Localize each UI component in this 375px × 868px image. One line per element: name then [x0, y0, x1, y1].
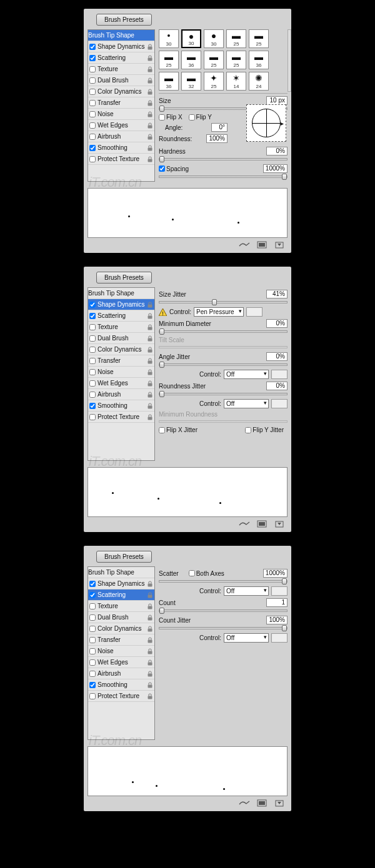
sidebar-item-checkbox[interactable] [89, 369, 96, 375]
sidebar-item-transfer[interactable]: Transfer [88, 634, 154, 646]
sidebar-item-protect-texture[interactable]: Protect Texture [88, 412, 154, 423]
sidebar-item-texture[interactable]: Texture [88, 322, 154, 333]
roundness-jitter-value[interactable]: 0% [266, 382, 288, 390]
sidebar-item-airbrush[interactable]: Airbrush [88, 668, 154, 679]
roundness-jitter-slider[interactable] [159, 393, 288, 395]
spacing-slider[interactable] [159, 175, 288, 178]
sidebar-item-checkbox[interactable] [89, 414, 96, 420]
sidebar-item-checkbox[interactable] [89, 380, 96, 387]
sidebar-item-checkbox[interactable] [89, 111, 96, 117]
brush-thumbnail[interactable]: ▬36 [181, 51, 201, 69]
sidebar-item-protect-texture[interactable]: Protect Texture [88, 154, 154, 165]
count-jitter-control-select[interactable]: Off [224, 633, 269, 643]
sidebar-item-smoothing[interactable]: Smoothing [88, 400, 154, 412]
brush-thumbnail[interactable]: ▬36 [249, 51, 269, 69]
lock-icon[interactable] [147, 89, 153, 95]
sidebar-item-smoothing[interactable]: Smoothing [88, 142, 154, 154]
brush-thumbnail[interactable]: ▬36 [159, 72, 179, 91]
sidebar-item-checkbox[interactable] [89, 347, 96, 353]
brush-thumbnail-grid[interactable]: •30●30●30▬25▬25▬25▬36▬25▬25▬36▬36▬32✦25✶… [159, 29, 288, 91]
lock-icon[interactable] [147, 603, 153, 609]
sidebar-item-airbrush[interactable]: Airbrush [88, 131, 154, 142]
scatter-value[interactable]: 1000% [263, 569, 288, 578]
roundness-jitter-control-select[interactable]: Off [224, 399, 269, 408]
sidebar-item-checkbox[interactable] [89, 122, 96, 129]
sidebar-item-wet-edges[interactable]: Wet Edges [88, 657, 154, 668]
lock-icon[interactable] [147, 358, 153, 364]
sidebar-item-shape-dynamics[interactable]: Shape Dynamics [88, 299, 154, 310]
sidebar-item-checkbox[interactable] [89, 592, 96, 598]
min-diameter-value[interactable]: 0% [266, 319, 288, 328]
sidebar-item-checkbox[interactable] [89, 693, 96, 699]
sidebar-item-checkbox[interactable] [89, 659, 96, 666]
sidebar-item-checkbox[interactable] [89, 682, 96, 688]
sidebar-item-shape-dynamics[interactable]: Shape Dynamics [88, 578, 154, 589]
brush-presets-button[interactable]: Brush Presets [96, 551, 152, 563]
collapse-panel-icon[interactable] [274, 520, 285, 528]
brush-thumbnail[interactable]: ▬25 [204, 51, 224, 69]
sidebar-item-checkbox[interactable] [89, 156, 96, 162]
size-jitter-slider[interactable] [159, 301, 288, 303]
new-preset-icon[interactable] [256, 240, 268, 249]
angle-jitter-value[interactable]: 0% [266, 352, 288, 361]
sidebar-item-wet-edges[interactable]: Wet Edges [88, 120, 154, 131]
sidebar-item-checkbox[interactable] [89, 324, 96, 330]
sidebar-item-shape-dynamics[interactable]: Shape Dynamics [88, 41, 154, 52]
flip-y-jitter-checkbox[interactable]: Flip Y Jitter [245, 427, 284, 433]
sidebar-item-checkbox[interactable] [89, 89, 96, 95]
sidebar-item-checkbox[interactable] [89, 637, 96, 643]
lock-icon[interactable] [147, 659, 153, 666]
sidebar-item-noise[interactable]: Noise [88, 367, 154, 378]
sidebar-brush-tip-shape[interactable]: Brush Tip Shape [88, 567, 154, 578]
sidebar-item-dual-brush[interactable]: Dual Brush [88, 333, 154, 344]
lock-icon[interactable] [147, 134, 153, 140]
lock-icon[interactable] [147, 693, 153, 699]
sidebar-item-checkbox[interactable] [89, 335, 96, 342]
lock-icon[interactable] [147, 324, 153, 330]
lock-icon[interactable] [147, 44, 153, 50]
size-value[interactable]: 10 px [266, 96, 288, 105]
lock-icon[interactable] [147, 403, 153, 409]
sidebar-item-texture[interactable]: Texture [88, 64, 154, 75]
sidebar-item-transfer[interactable]: Transfer [88, 97, 154, 109]
count-slider[interactable] [159, 609, 288, 612]
spacing-value[interactable]: 1000% [263, 164, 288, 173]
toggle-preview-icon[interactable] [239, 520, 250, 528]
sidebar-brush-tip-shape[interactable]: Brush Tip Shape [88, 288, 154, 299]
sidebar-brush-tip-shape[interactable]: Brush Tip Shape [88, 30, 154, 41]
sidebar-item-noise[interactable]: Noise [88, 646, 154, 657]
hardness-value[interactable]: 0% [266, 147, 288, 155]
brush-thumbnail[interactable]: ▬25 [249, 29, 269, 48]
sidebar-item-dual-brush[interactable]: Dual Brush [88, 75, 154, 86]
lock-icon[interactable] [147, 671, 153, 677]
lock-icon[interactable] [147, 637, 153, 643]
lock-icon[interactable] [147, 77, 153, 84]
sidebar-item-protect-texture[interactable]: Protect Texture [88, 691, 154, 702]
sidebar-item-checkbox[interactable] [89, 302, 96, 308]
flip-y-checkbox[interactable]: Flip Y [189, 114, 212, 121]
thumb-scrollbar[interactable] [288, 29, 291, 92]
flip-x-jitter-checkbox[interactable]: Flip X Jitter [159, 427, 198, 433]
size-jitter-control-select[interactable]: Pen Pressure [194, 307, 244, 317]
sidebar-item-transfer[interactable]: Transfer [88, 355, 154, 367]
scatter-control-select[interactable]: Off [224, 586, 269, 596]
scatter-slider[interactable] [159, 580, 288, 583]
sidebar-item-color-dynamics[interactable]: Color Dynamics [88, 344, 154, 355]
lock-icon[interactable] [147, 55, 153, 61]
sidebar-item-checkbox[interactable] [89, 313, 96, 319]
sidebar-item-color-dynamics[interactable]: Color Dynamics [88, 86, 154, 97]
new-preset-icon[interactable] [256, 520, 268, 528]
brush-thumbnail[interactable]: ✶14 [226, 72, 246, 91]
count-value[interactable]: 1 [266, 598, 288, 607]
lock-icon[interactable] [147, 313, 153, 319]
lock-icon[interactable] [147, 626, 153, 632]
lock-icon[interactable] [147, 648, 153, 654]
sidebar-item-checkbox[interactable] [89, 392, 96, 398]
sidebar-item-checkbox[interactable] [89, 55, 96, 61]
sidebar-item-scattering[interactable]: Scattering [88, 52, 154, 64]
sidebar-item-checkbox[interactable] [89, 648, 96, 654]
count-jitter-slider[interactable] [159, 627, 288, 629]
angle-roundness-widget[interactable]: ▸ [246, 104, 286, 142]
sidebar-item-checkbox[interactable] [89, 358, 96, 364]
angle-jitter-slider[interactable] [159, 363, 288, 366]
